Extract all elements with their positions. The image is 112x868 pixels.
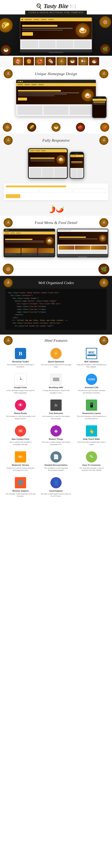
w3c-icon: W3C VALIDATION [86,348,97,359]
bootstrap-nav-desc: In Tasty Bite Bootstrap is used for the … [41,390,71,394]
code-line-10: </div> [8,316,104,319]
bootstrap-icon: B [15,348,26,359]
codes-title: Well Organized Codes [38,280,74,285]
animated-css-icon: CSS3 [86,374,97,385]
monitor-nav-bar [20,18,92,21]
responsive-icon: 📱 [86,400,97,411]
support-title: Good Support [41,490,71,492]
logo-icon-right: 🍽️ [70,3,76,9]
retina-desc: This template is Fully Retina ready on a… [5,415,36,420]
responsive-header: 🍲 Fully Responsive 🍲 [4,138,108,143]
hero-food-right-top: 🥘 [99,16,111,28]
documentation-title: Detailed Documentation [41,464,71,466]
reserve-form-area [4,183,108,200]
food-strip-8: 🍜 [89,57,99,65]
html-features-header: 🍲 Html Features 🍲 [4,338,108,343]
codes-food-right: 🍲 [99,278,108,287]
code-line-5: data-toggle="collapse" data-target="#bs-… [8,303,104,305]
google-fonts-title: Google Fonts [5,386,36,389]
google-fonts-icon [15,374,26,385]
swipe-title: Swip Touch Slider [76,438,107,440]
retina-icon: 👁 [15,400,26,411]
font-awesome-icon: fa [50,400,62,411]
feature-font-awesome: fa Font Awesome Font-Awesome is used for… [39,398,73,421]
monitor-content-area [20,39,92,49]
modern-icon: ◈ [50,425,62,436]
code-line-6: <span class="icon-bar"></span> [8,305,104,308]
retina-title: Retina Ready [5,412,36,414]
food-strip-3: 🥩 [35,57,45,65]
animated-css-desc: Animated css used for better transition … [76,390,107,394]
code-line-11: <!-- Collect the nav links, forms, and o… [8,319,104,322]
food-menu-title: Food Menu & Feed Detail [35,220,77,225]
support-icon: 👤 [50,477,62,488]
food-menu-food-left: 🍲 [4,218,13,227]
features-food-right: 🍲 [99,336,108,345]
support-desc: We have a good support team to help you … [41,493,71,497]
hero-section: 🍳 Tasty Bite 🍽️ CLEAN & UNIQUE MULTIPAGE… [0,0,112,14]
codes-section: 🍲 Well Organized Codes 🍲 <div class="nav… [0,276,112,335]
code-line-7: <span class="icon-bar"></span> [8,308,104,311]
homepage-food-right: 🍲 [99,69,108,78]
animated-css-title: Animated CSS [76,386,107,389]
hp-main-mockup: 🍛 [16,80,96,116]
dual-mockups: 🍛 [4,229,108,257]
food-strip-6: 🥗 [67,57,77,65]
documentation-desc: This template is a well organized docume… [41,467,71,471]
website-mockup: 🍛 [4,229,55,257]
feature-animated-css: CSS3 Animated CSS Animated css used for … [75,372,108,395]
google-fonts-desc: In this Template Google Fonts used for b… [5,390,36,394]
feature-modernizr: Mz Modernizr Version Modernizr is used f… [4,450,37,473]
code-line-1: <div class="navbar navbar-default navbar… [8,291,104,294]
features-food-left: 🍲 [4,336,13,345]
food-strip: 🍣 🍔 🥩 🌯 🍲 🥗 🍱 🍜 [0,56,112,67]
food-strip-7: 🍱 [78,57,88,65]
swipe-icon: 👆 [86,425,97,436]
phone-device [70,152,84,179]
food-menu-food-right: 🍲 [99,218,108,227]
ajax-desc: Ajax is used for this template is compat… [5,441,36,445]
responsive-layout-title: Responsive Layout [76,412,107,414]
modernizr-icon: Mz [15,451,26,463]
speed-desc: This Html is Speed optimized for fast pa… [41,364,71,368]
documentation-icon: 📄 [50,451,62,463]
feature-bootstrap: B Bootstrap Toolkit This template is bas… [4,346,37,370]
html-features-section: 🍲 Html Features 🍲 B Bootstrap Toolkit Th… [0,335,112,502]
bootstrap-desc: This template is based on Bootstrap 3 fr… [5,364,36,368]
modern-title: Modern Things [41,438,71,440]
homepage-title: Unique Homepage Design [35,71,77,76]
feature-retina: 👁 Retina Ready This template is Fully Re… [4,398,37,421]
speed-icon: ⚡ [50,348,62,359]
font-awesome-title: Font Awesome [41,412,71,414]
food-menu-section: 🍲 Food Menu & Feed Detail 🍲 [0,216,112,262]
code-line-3: <div class="navbar-header"> [8,297,104,300]
responsive-section: 🍲 Fully Responsive 🍲 🍛 [0,133,112,205]
modern-desc: This uses a modern design and modern tec… [41,441,71,445]
ajax-icon: ✉ [15,425,26,436]
responsive-food-left: 🍲 [4,136,13,145]
easy-customize-desc: The Tasty Bite template is easy to custo… [76,467,107,471]
speed-title: Speed Optimized [41,361,71,363]
w3c-title: W3C Validation [76,361,107,363]
code-line-13: <ul class="nav navbar-nav navbar-right"> [8,324,104,327]
feed-food-decoration: 🥘 🌿 [0,262,112,276]
browser-icon: 🌐 [15,477,26,488]
logo-text: Tasty Bite [44,3,68,9]
tablet-device: 🍛 [28,148,68,179]
easy-customize-title: Easy To Customize [76,464,107,466]
modernizr-desc: Modernizr is used for feature detection … [5,467,36,471]
homepage-mockup-container: 🍛 [4,80,108,116]
codes-food-left: 🍲 [4,278,13,287]
code-line-2: <div class="container"> [8,294,104,297]
hero-food-left: 🌮 [0,18,13,32]
browser-desc: This template is well supported on all w… [5,493,36,497]
bootstrap-title: Bootstrap Toolkit [5,361,36,363]
desktop-monitor: 🍛 [20,17,92,53]
code-line-12: <div class="collapse navbar-collapse" id… [8,322,104,324]
food-strip-2: 🍔 [24,57,34,65]
monitor-base [49,52,63,53]
features-grid: B Bootstrap Toolkit This template is bas… [4,346,108,499]
feature-browser: 🌐 Browser Support This template is well … [4,476,37,499]
chili-decoration: 🌶️ 🌶️ [0,205,112,216]
hero-food-left-bottom: 🥗 [1,45,11,55]
